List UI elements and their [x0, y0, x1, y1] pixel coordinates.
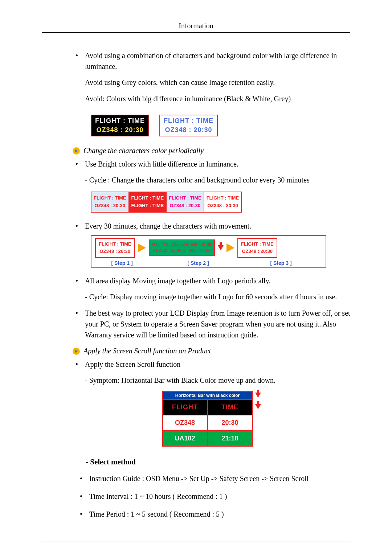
- hbar-head-time: TIME: [208, 399, 252, 415]
- figure-color-cycle: FLIGHT : TIME OZ348 : 20:30 FLIGHT : TIM…: [91, 192, 242, 213]
- cycle-cell-3: FLIGHT : TIME OZ348 : 20:30: [167, 192, 204, 212]
- step2-panel: NA17 10 : 12:00 AA0025 : 12:35 UA0110 : …: [149, 239, 215, 256]
- arrow-down-icon: [255, 393, 261, 398]
- para-symptom: - Symptom: Horizontal Bar with Black Col…: [73, 375, 350, 386]
- page-header-title: Information: [42, 22, 350, 33]
- arrow-right-icon: [138, 243, 146, 252]
- hbar-cell: UA102: [163, 430, 208, 446]
- step1-panel: FLIGHT : TIME OZ348 : 20:30: [95, 238, 135, 258]
- hbar-head-flight: FLIGHT: [163, 399, 208, 415]
- panel-line2: OZ348 : 20:30: [99, 248, 131, 255]
- cell-line1: FLIGHT : TIME: [94, 194, 126, 202]
- section-screen-scroll: Apply the Screen Scroll function on Prod…: [73, 347, 350, 355]
- bullet-apply-scroll: Apply the Screen Scroll function: [73, 359, 350, 370]
- arrow-down-icon: [218, 245, 224, 250]
- bullet-bright-colors: Use Bright colors with little difference…: [73, 159, 350, 169]
- hbar-caption: Horizontal Bar with Black color: [163, 392, 252, 399]
- step3-label: [ Step 3 ]: [254, 260, 308, 266]
- cell-line1: FLIGHT : TIME: [169, 194, 201, 202]
- example-panel-bad: FLIGHT : TIME OZ348 : 20:30: [91, 115, 149, 136]
- panel-line2: OZ348 : 20:30: [241, 248, 274, 255]
- panel-line2: UA0110 : 13:30 KL0425 : 13:50: [152, 248, 212, 254]
- section-change-colors: Change the characters color periodically: [73, 147, 350, 155]
- arrow-down-icon: [255, 404, 261, 409]
- panel-line1: FLIGHT : TIME: [164, 117, 213, 125]
- para-cycle-60s: - Cycle: Display moving image together w…: [73, 291, 350, 303]
- method-instruction-guide: Instruction Guide : OSD Menu -> Set Up -…: [73, 473, 350, 484]
- example-panel-good: FLIGHT : TIME OZ348 : 20:30: [159, 115, 218, 136]
- panel-line1: NA17 10 : 12:00 AA0025 : 12:35: [152, 242, 212, 248]
- arrow-bullet-icon: [73, 147, 80, 155]
- panel-line1: FLIGHT : TIME: [99, 241, 131, 248]
- arrow-bullet-icon: [73, 348, 80, 355]
- step3-panel: FLIGHT : TIME OZ348 : 20:30: [237, 238, 277, 258]
- hbar-cell: OZ348: [163, 415, 208, 430]
- cell-line2: FLIGHT : TIME: [131, 202, 164, 210]
- step1-label: [ Step 1 ]: [95, 260, 149, 266]
- para-cycle-30min: - Cycle : Change the characters color an…: [73, 175, 350, 186]
- method-time-interval: Time Interval : 1 ~ 10 hours ( Recommend…: [73, 491, 350, 502]
- panel-line1: FLIGHT : TIME: [241, 241, 274, 248]
- bullet-movement: Every 30 minutes, change the characters …: [73, 221, 350, 231]
- para-avoid-colors: Avoid: Colors with big difference in lum…: [73, 93, 350, 104]
- footer-rule: [42, 542, 350, 542]
- figure-luminance-examples: FLIGHT : TIME OZ348 : 20:30 FLIGHT : TIM…: [91, 115, 350, 136]
- hbar-cell: 21:10: [208, 430, 252, 446]
- cell-line2: OZ348 : 20:30: [94, 202, 126, 210]
- figure-horizontal-bar: Horizontal Bar with Black color FLIGHT T…: [162, 391, 261, 447]
- panel-line2: OZ348 : 20:30: [95, 126, 145, 134]
- cycle-cell-4: FLIGHT : TIME OZ348 : 20:30: [204, 192, 241, 212]
- section-title: Apply the Screen Scroll function on Prod…: [83, 347, 211, 355]
- cycle-cell-2: FLIGHT : TIME FLIGHT : TIME: [129, 192, 167, 212]
- arrow-right-icon: [226, 243, 234, 252]
- cell-line1: FLIGHT : TIME: [131, 194, 164, 202]
- cell-line2: OZ348 : 20:30: [169, 202, 201, 210]
- panel-line1: FLIGHT : TIME: [95, 117, 145, 125]
- step2-label: [ Step 2 ]: [166, 260, 231, 266]
- bullet-best-way: The best way to protect your LCD Display…: [73, 308, 350, 340]
- select-method-heading: - Select method: [86, 457, 350, 467]
- figure-steps: FLIGHT : TIME OZ348 : 20:30 NA17 10 : 12…: [91, 235, 326, 268]
- bullet-luminance-combo: Avoid using a combination of characters …: [73, 50, 350, 72]
- section-title: Change the characters color periodically: [83, 147, 204, 155]
- cell-line1: FLIGHT : TIME: [207, 194, 239, 202]
- bullet-moving-image-logo: All area display Moving image together w…: [73, 275, 350, 286]
- cycle-cell-1: FLIGHT : TIME OZ348 : 20:30: [91, 192, 129, 212]
- para-grey-warning: Avoid using Grey colors, which can cause…: [73, 77, 350, 88]
- cell-line2: OZ348 : 20:30: [207, 202, 239, 210]
- hbar-cell: 20:30: [208, 415, 252, 430]
- content-area: Avoid using a combination of characters …: [42, 50, 350, 520]
- panel-line2: OZ348 : 20:30: [164, 126, 213, 134]
- method-time-period: Time Period : 1 ~ 5 second ( Recommend :…: [73, 509, 350, 520]
